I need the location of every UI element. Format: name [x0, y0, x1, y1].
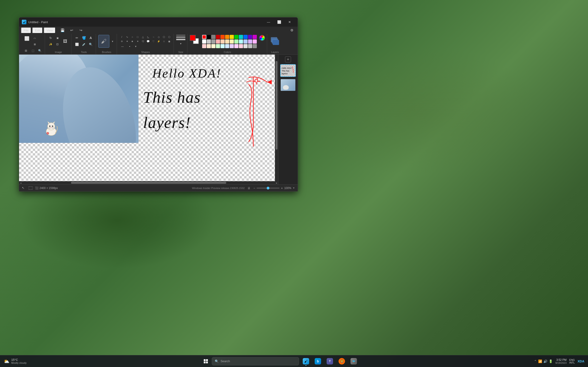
color-pale6[interactable]: [225, 44, 229, 48]
color-purple[interactable]: [248, 35, 252, 39]
clock-display[interactable]: 3:52 PM 9/19/2023: [555, 358, 567, 364]
color-pale11[interactable]: [248, 44, 252, 48]
color-pale7[interactable]: [230, 44, 234, 48]
color-orange[interactable]: [221, 35, 225, 39]
shape-curve[interactable]: ∿: [124, 35, 130, 39]
shape-rtriangle[interactable]: ◺: [146, 35, 151, 39]
magnify-button[interactable]: 🔍: [87, 41, 94, 47]
taskbar-brave-app[interactable]: 🦁: [337, 356, 347, 366]
close-button[interactable]: ✕: [284, 18, 295, 26]
fill-button[interactable]: 🪣: [81, 35, 87, 41]
color-white[interactable]: [202, 40, 206, 44]
start-button[interactable]: [202, 357, 210, 365]
select-rect-button[interactable]: ⬜: [23, 35, 31, 42]
color-pale5[interactable]: [221, 44, 225, 48]
select-more-button[interactable]: 🔍: [36, 48, 43, 54]
menu-edit[interactable]: Edit: [32, 27, 43, 33]
h-scroll-thumb[interactable]: [71, 182, 226, 184]
shape-4pt-star[interactable]: ✦: [124, 39, 130, 43]
color-ltgreen[interactable]: [234, 40, 238, 44]
undo-button[interactable]: ↩: [68, 27, 76, 34]
layer-1-thumbnail[interactable]: Hello XDA! This has layers!: [280, 64, 296, 77]
zoom-out-button[interactable]: −: [253, 186, 255, 190]
shape-misc2[interactable]: ◉: [167, 39, 172, 43]
size-dropdown[interactable]: ▼: [179, 42, 183, 46]
size-line-4[interactable]: [176, 39, 185, 40]
pencil-button[interactable]: ✏: [74, 35, 80, 41]
color-ltmagenta[interactable]: [253, 40, 257, 44]
layers-toggle-button[interactable]: [269, 35, 280, 48]
color-pale9[interactable]: [239, 44, 243, 48]
zoom-dropdown-icon[interactable]: ▼: [293, 187, 295, 189]
taskbar-bing-app[interactable]: b: [313, 356, 323, 366]
layer-2-thumbnail[interactable]: [280, 79, 296, 91]
shape-lightning[interactable]: ⚡: [156, 39, 161, 43]
outline-style-button[interactable]: —: [119, 44, 126, 49]
shape-heart[interactable]: ♡: [151, 39, 156, 43]
color-ltblue[interactable]: [243, 40, 248, 44]
text-button[interactable]: A: [87, 35, 94, 41]
color-mdgray[interactable]: [211, 40, 216, 44]
color-magenta[interactable]: [253, 35, 257, 39]
select-all-button[interactable]: ⊞: [32, 41, 38, 47]
fill-style-button[interactable]: ▪: [127, 44, 133, 49]
minimize-button[interactable]: —: [263, 18, 274, 26]
shape-callout-rect[interactable]: 🗨: [140, 39, 145, 43]
shape-hexagon[interactable]: ⬡: [167, 35, 172, 39]
v-scroll-thumb[interactable]: [276, 61, 277, 150]
shape-rect[interactable]: □: [135, 35, 140, 39]
shape-line[interactable]: /: [119, 35, 124, 39]
select-freeform-button[interactable]: ⌓: [32, 35, 38, 41]
invert-select-button[interactable]: ⊟: [23, 48, 29, 54]
color-red[interactable]: [202, 35, 206, 39]
color-ltyellow[interactable]: [230, 40, 234, 44]
shape-6pt-star[interactable]: ✶: [135, 39, 140, 43]
language-indicator[interactable]: ENG INTL: [569, 359, 575, 364]
maximize-button[interactable]: ⬜: [274, 18, 284, 26]
network-icon[interactable]: 📶: [538, 359, 542, 363]
vertical-scrollbar[interactable]: [275, 55, 278, 181]
shape-pentagon[interactable]: ⬠: [162, 35, 166, 39]
active-brush-button[interactable]: 🖌: [98, 35, 109, 48]
color-ltred[interactable]: [216, 40, 220, 44]
taskbar-teams-app[interactable]: T: [325, 356, 335, 366]
brush-options-button[interactable]: ▼: [110, 40, 115, 43]
taskbar-paint-app[interactable]: 🖌: [301, 356, 311, 366]
shape-triangle[interactable]: △: [140, 35, 145, 39]
color-blue[interactable]: [243, 35, 248, 39]
color-ltcyan[interactable]: [239, 40, 243, 44]
transparent-select-button[interactable]: ⬚: [30, 48, 36, 54]
size-line-1[interactable]: [176, 35, 185, 35]
menu-view[interactable]: View: [44, 27, 56, 33]
color-cyan[interactable]: [239, 35, 243, 39]
foreground-color-box[interactable]: [190, 35, 196, 41]
color-black[interactable]: [207, 35, 211, 39]
color-picker-button[interactable]: 💉: [81, 41, 87, 47]
settings-button[interactable]: ⚙: [288, 27, 296, 34]
color-pale8[interactable]: [234, 44, 238, 48]
color-pale12[interactable]: [253, 44, 257, 48]
menu-file[interactable]: File: [21, 27, 31, 33]
color-gray[interactable]: [211, 35, 216, 39]
shape-callout-oval[interactable]: 💬: [146, 39, 151, 43]
color-green[interactable]: [234, 35, 238, 39]
shape-misc1[interactable]: ☆: [162, 39, 166, 43]
color-ltpurple[interactable]: [248, 40, 252, 44]
color-darkred[interactable]: [216, 35, 220, 39]
color-ltgray[interactable]: [207, 40, 211, 44]
size-line-3[interactable]: [176, 37, 185, 38]
add-layer-button[interactable]: +: [285, 56, 291, 62]
shape-diamond[interactable]: ◇: [156, 35, 161, 39]
shape-arrow[interactable]: →: [151, 35, 156, 39]
color-pale10[interactable]: [243, 44, 248, 48]
zoom-slider[interactable]: [257, 188, 279, 189]
resize-button[interactable]: ⊡: [54, 41, 61, 47]
shape-5pt-star[interactable]: ★: [130, 39, 135, 43]
shapes-dropdown[interactable]: ▼: [134, 44, 138, 49]
color-ltamber[interactable]: [225, 40, 229, 44]
color-ltorange[interactable]: [221, 40, 225, 44]
shape-cross[interactable]: ✛: [119, 39, 124, 43]
color-yellow[interactable]: [230, 35, 234, 39]
custom-color-picker[interactable]: [259, 35, 265, 41]
redo-button[interactable]: ↪: [77, 27, 85, 34]
